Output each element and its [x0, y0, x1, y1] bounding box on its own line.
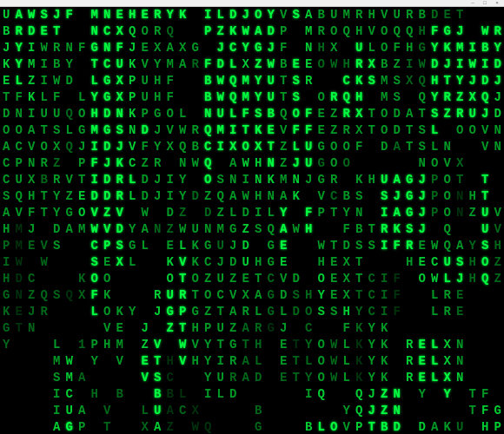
matrix-glyph: G	[265, 238, 278, 254]
matrix-glyph: S	[353, 238, 366, 254]
matrix-glyph: W	[328, 353, 341, 370]
matrix-glyph: H	[467, 254, 480, 271]
matrix-glyph: S	[290, 73, 303, 89]
matrix-glyph: G	[252, 40, 265, 56]
matrix-glyph: V	[227, 287, 240, 304]
matrix-glyph: V	[139, 370, 152, 386]
matrix-glyph	[328, 386, 341, 403]
matrix-glyph	[265, 419, 278, 434]
matrix-glyph: Q	[13, 188, 26, 205]
matrix-glyph: I	[378, 238, 391, 254]
matrix-glyph	[328, 403, 341, 419]
matrix-glyph: R	[13, 23, 26, 40]
matrix-glyph: C	[126, 155, 139, 172]
matrix-glyph: G	[164, 304, 177, 320]
matrix-glyph	[50, 304, 63, 320]
matrix-glyph: S	[252, 106, 265, 122]
matrix-glyph: L	[227, 205, 240, 221]
matrix-glyph: G	[403, 188, 416, 205]
matrix-glyph: G	[403, 172, 416, 188]
matrix-glyph	[341, 40, 354, 56]
matrix-glyph: A	[240, 370, 253, 386]
matrix-glyph: R	[378, 221, 391, 238]
matrix-glyph: Z	[202, 271, 215, 287]
matrix-glyph: Y	[492, 40, 505, 56]
maximize-button[interactable]: □	[481, 0, 488, 6]
matrix-glyph: J	[215, 40, 228, 56]
matrix-glyph: A	[50, 419, 63, 434]
matrix-glyph: R	[189, 122, 202, 139]
matrix-glyph: Q	[176, 139, 189, 155]
matrix-glyph: D	[101, 106, 114, 122]
matrix-glyph: D	[227, 386, 240, 403]
matrix-glyph: I	[89, 172, 102, 188]
matrix-glyph: R	[328, 89, 341, 106]
matrix-glyph	[302, 89, 315, 106]
matrix-glyph: F	[391, 287, 404, 304]
matrix-glyph: A	[454, 238, 467, 254]
matrix-glyph: J	[265, 40, 278, 56]
matrix-glyph: H	[366, 7, 379, 23]
matrix-glyph: A	[63, 221, 76, 238]
matrix-glyph	[467, 353, 480, 370]
matrix-glyph: A	[227, 304, 240, 320]
matrix-glyph: Y	[416, 386, 429, 403]
matrix-glyph: X	[25, 172, 38, 188]
matrix-glyph	[50, 320, 63, 337]
matrix-glyph: H	[341, 56, 354, 73]
matrix-glyph: H	[416, 23, 429, 40]
matrix-glyph: L	[215, 386, 228, 403]
matrix-column: BHGWQQTSSNJJJJEEOEEEYDD	[416, 7, 429, 434]
matrix-glyph: I	[240, 172, 253, 188]
close-button[interactable]: ×	[494, 0, 501, 6]
matrix-glyph: L	[50, 337, 63, 353]
matrix-glyph	[114, 370, 127, 386]
matrix-glyph: T	[277, 89, 290, 106]
matrix-glyph: L	[227, 56, 240, 73]
matrix-glyph: X	[139, 419, 152, 434]
matrix-glyph: E	[25, 238, 38, 254]
matrix-glyph	[63, 23, 76, 40]
matrix-glyph: I	[89, 139, 102, 155]
matrix-glyph: S	[479, 238, 492, 254]
matrix-glyph: A	[25, 122, 38, 139]
matrix-glyph: G	[101, 122, 114, 139]
matrix-glyph: R	[151, 287, 164, 304]
matrix-column: HVLXSTTHTSCCCYYYYJJTT	[366, 7, 379, 434]
matrix-glyph: L	[428, 287, 441, 304]
matrix-glyph: C	[101, 23, 114, 40]
matrix-glyph: I	[302, 386, 315, 403]
matrix-glyph	[126, 271, 139, 287]
matrix-glyph: K	[164, 254, 177, 271]
matrix-glyph: N	[252, 172, 265, 188]
matrix-glyph: V	[176, 254, 189, 271]
matrix-glyph: S	[114, 122, 127, 139]
matrix-glyph: W	[189, 419, 202, 434]
matrix-glyph: V	[139, 56, 152, 73]
matrix-glyph: G	[441, 23, 454, 40]
matrix-glyph: H	[151, 73, 164, 89]
matrix-glyph: E	[416, 337, 429, 353]
matrix-glyph: O	[0, 122, 13, 139]
matrix-glyph: X	[151, 40, 164, 56]
minimize-button[interactable]: —	[469, 0, 476, 6]
matrix-glyph: E	[277, 238, 290, 254]
matrix-glyph	[189, 7, 202, 23]
matrix-glyph: A	[76, 403, 89, 419]
matrix-glyph: P	[277, 23, 290, 40]
matrix-glyph: O	[328, 23, 341, 40]
matrix-glyph: N	[202, 221, 215, 238]
matrix-glyph: X	[454, 155, 467, 172]
matrix-glyph	[63, 254, 76, 271]
matrix-glyph	[76, 304, 89, 320]
matrix-glyph: F	[89, 155, 102, 172]
matrix-glyph: N	[114, 106, 127, 122]
matrix-glyph: M	[454, 40, 467, 56]
matrix-glyph: K	[441, 40, 454, 56]
matrix-glyph: X	[441, 337, 454, 353]
matrix-glyph	[353, 155, 366, 172]
matrix-glyph	[25, 254, 38, 271]
matrix-glyph: D	[202, 205, 215, 221]
matrix-glyph: P	[428, 188, 441, 205]
matrix-glyph: Y	[13, 56, 26, 73]
